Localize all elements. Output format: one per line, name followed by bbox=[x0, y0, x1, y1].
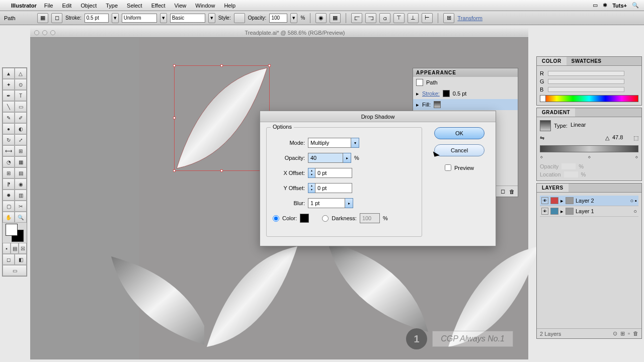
display-icon[interactable]: ▭ bbox=[593, 2, 598, 9]
b-slider[interactable] bbox=[548, 87, 624, 92]
blur-field[interactable]: 1 pt bbox=[308, 198, 345, 208]
opacity-dd-icon[interactable]: ▾ bbox=[290, 13, 297, 23]
menu-view[interactable]: View bbox=[175, 3, 187, 9]
visibility-icon[interactable]: 👁 bbox=[541, 197, 548, 204]
layer-name[interactable]: Layer 2 bbox=[576, 198, 594, 204]
appearance-stroke-value[interactable]: 0.5 pt bbox=[453, 90, 467, 97]
layer-row[interactable]: 👁 ▸ Layer 2 ○ ▪ bbox=[540, 196, 638, 206]
stroke-weight-field[interactable]: 0.5 pt bbox=[85, 14, 109, 23]
gradient-panel[interactable]: GRADIENT Type: Linear ⇋ △ 47.8 ⬚ ⬦ ⬦ bbox=[536, 108, 642, 181]
align-v2-icon[interactable]: ⊥ bbox=[408, 13, 419, 23]
hand-tool[interactable]: ✋ bbox=[3, 212, 15, 223]
isolate-icon[interactable]: ⊞ bbox=[443, 13, 454, 23]
trash-icon[interactable]: 🗑 bbox=[509, 189, 515, 195]
mode-dropdown[interactable]: Multiply bbox=[308, 138, 351, 148]
draw-normal-icon[interactable]: ◻ bbox=[3, 254, 15, 265]
window-close-icon[interactable] bbox=[34, 30, 39, 35]
sync-icon[interactable]: ✱ bbox=[603, 2, 607, 9]
stroke-profile-dropdown[interactable]: Uniform bbox=[122, 14, 157, 23]
layers-tab[interactable]: LAYERS bbox=[537, 184, 569, 192]
menu-window[interactable]: Window bbox=[195, 3, 215, 9]
g-field[interactable] bbox=[626, 78, 638, 85]
new-layer-icon[interactable]: ▫ bbox=[628, 330, 630, 337]
type-tool[interactable]: T bbox=[15, 90, 27, 101]
mesh-tool[interactable]: ⊞ bbox=[3, 167, 15, 178]
xoff-field[interactable]: 0 pt bbox=[315, 168, 352, 178]
none-mode-icon[interactable]: ☒ bbox=[19, 243, 27, 254]
leaf-shape[interactable] bbox=[109, 254, 204, 359]
leaf-shape[interactable] bbox=[204, 244, 300, 349]
opacity-field[interactable]: 100 bbox=[269, 14, 287, 23]
gradient-mode-icon[interactable]: ▤ bbox=[11, 243, 19, 254]
mode-dd-icon[interactable]: ▾ bbox=[351, 138, 359, 148]
recolor-icon[interactable]: ◉ bbox=[315, 13, 327, 23]
align-v3-icon[interactable]: ⊢ bbox=[422, 13, 433, 23]
preview-checkbox[interactable] bbox=[445, 164, 451, 171]
zoom-tool[interactable]: 🔍 bbox=[15, 212, 27, 223]
transform-link[interactable]: Transform bbox=[457, 15, 482, 21]
menu-select[interactable]: Select bbox=[127, 3, 142, 9]
stroke-swatch-button[interactable]: ◻ bbox=[51, 13, 62, 23]
align-v1-icon[interactable]: ⊤ bbox=[393, 13, 405, 23]
menu-effect[interactable]: Effect bbox=[151, 3, 166, 9]
window-zoom-icon[interactable] bbox=[50, 30, 55, 35]
shape-builder-tool[interactable]: ◔ bbox=[3, 156, 15, 167]
gradient-stop[interactable]: ⬦ bbox=[588, 153, 591, 159]
menu-edit[interactable]: Edit bbox=[62, 3, 71, 9]
gradient-tool[interactable]: ▤ bbox=[15, 167, 27, 178]
yoff-field[interactable]: 0 pt bbox=[315, 183, 352, 193]
perspective-tool[interactable]: ▦ bbox=[15, 156, 27, 167]
line-tool[interactable]: ╲ bbox=[3, 101, 15, 112]
new-sublayer-icon[interactable]: ⊞ bbox=[620, 330, 625, 337]
ok-button[interactable]: OK bbox=[434, 127, 485, 139]
width-tool[interactable]: ⟷ bbox=[3, 145, 15, 156]
free-transform-tool[interactable]: ⊞ bbox=[15, 145, 27, 156]
rect-tool[interactable]: ▭ bbox=[15, 101, 27, 112]
cancel-button[interactable]: Cancel bbox=[434, 144, 485, 156]
locate-icon[interactable]: ⊙ bbox=[613, 330, 617, 337]
fill-stroke-swatch[interactable] bbox=[3, 223, 27, 243]
new-fill-icon[interactable]: ◻ bbox=[501, 188, 505, 195]
angle-field[interactable]: 47.8 bbox=[612, 134, 630, 141]
align-icon[interactable]: ▦ bbox=[330, 13, 341, 23]
b-field[interactable] bbox=[626, 86, 638, 93]
artboard-tool[interactable]: ▢ bbox=[3, 201, 15, 212]
visibility-icon[interactable]: 👁 bbox=[541, 208, 548, 215]
color-mode-icon[interactable]: ▪ bbox=[3, 243, 11, 254]
yoff-stepper[interactable]: ▴▾ bbox=[308, 183, 315, 193]
pencil-tool[interactable]: ✐ bbox=[15, 112, 27, 123]
swatches-tab[interactable]: SWATCHES bbox=[567, 57, 607, 65]
graph-tool[interactable]: ▥ bbox=[15, 190, 27, 201]
r-slider[interactable] bbox=[548, 71, 624, 76]
gradient-preview[interactable] bbox=[540, 120, 551, 131]
dlg-opacity-field[interactable]: 40 bbox=[308, 153, 343, 163]
g-slider[interactable] bbox=[548, 79, 624, 84]
reverse-icon[interactable]: ⇋ bbox=[540, 135, 544, 141]
gradient-tab[interactable]: GRADIENT bbox=[537, 108, 575, 117]
brush-tool[interactable]: ✎ bbox=[3, 112, 15, 123]
menu-file[interactable]: File bbox=[44, 3, 53, 9]
r-field[interactable] bbox=[626, 70, 638, 77]
stroke-stepper[interactable]: ▾ bbox=[112, 13, 119, 23]
opacity-slider-icon[interactable]: ▸ bbox=[343, 153, 351, 163]
gradient-ramp[interactable] bbox=[540, 145, 638, 152]
blend-tool[interactable]: ◉ bbox=[15, 178, 27, 190]
magic-wand-tool[interactable]: ✦ bbox=[3, 79, 15, 90]
layer-row[interactable]: 👁 ▸ Layer 1 ○ bbox=[540, 206, 638, 217]
spotlight-icon[interactable]: 🔍 bbox=[632, 2, 639, 9]
menu-type[interactable]: Type bbox=[106, 3, 118, 9]
layer-name[interactable]: Layer 1 bbox=[576, 208, 594, 214]
brush-dd-icon[interactable]: ▾ bbox=[208, 13, 215, 23]
layers-panel[interactable]: LAYERS 👁 ▸ Layer 2 ○ ▪ 👁 ▸ Layer 1 ○ bbox=[536, 183, 642, 339]
blob-tool[interactable]: ● bbox=[3, 123, 15, 134]
rotate-tool[interactable]: ↻ bbox=[3, 134, 15, 145]
menu-object[interactable]: Object bbox=[80, 3, 97, 9]
spectrum-picker[interactable] bbox=[540, 95, 638, 102]
xoff-stepper[interactable]: ▴▾ bbox=[308, 168, 315, 178]
leaf-shape-selected[interactable] bbox=[174, 65, 270, 171]
fill-swatch-button[interactable]: ▦ bbox=[37, 13, 48, 23]
brush-dropdown[interactable]: Basic bbox=[170, 14, 205, 23]
app-name[interactable]: Illustrator bbox=[11, 3, 37, 9]
appearance-stroke-link[interactable]: Stroke: bbox=[422, 90, 440, 97]
blur-slider-icon[interactable]: ▸ bbox=[345, 198, 353, 208]
